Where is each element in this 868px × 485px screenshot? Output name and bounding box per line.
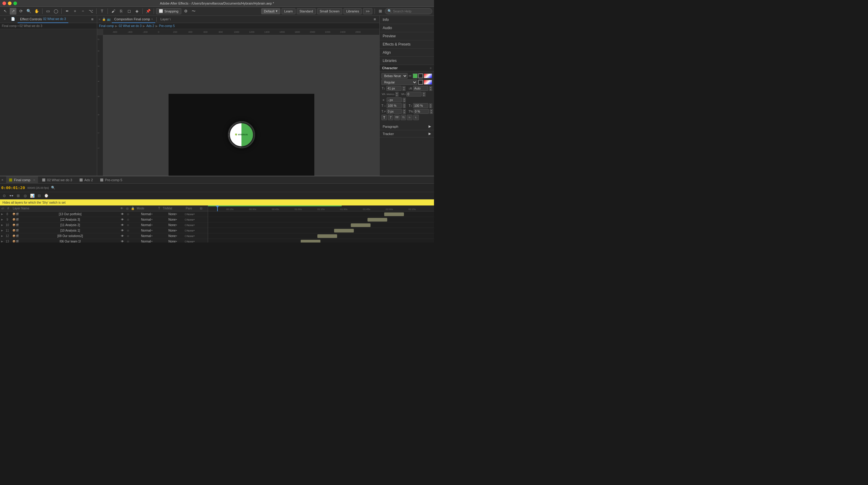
layer-par-3[interactable]: ⊙ None ▾ xyxy=(183,229,195,232)
workspace-standard[interactable]: Standard xyxy=(297,8,316,14)
kerning-stepper[interactable]: ▲ ▼ xyxy=(396,92,399,97)
layer-expand-1[interactable]: ▶ xyxy=(0,218,4,221)
baseline-stepper[interactable]: ▲ ▼ xyxy=(403,98,406,102)
layer-par-5[interactable]: ⊙ None ▾ xyxy=(183,240,195,243)
playhead[interactable] xyxy=(217,205,218,211)
tool-delete-vertex[interactable]: − xyxy=(80,8,86,14)
tl-solo-mode[interactable]: ⊙ xyxy=(1,193,7,199)
hscale-input[interactable] xyxy=(386,103,402,108)
extend-panel-icon[interactable]: ⊞ xyxy=(377,8,383,14)
window-controls[interactable] xyxy=(2,2,17,5)
layer-mode-3[interactable]: Normal ▾ xyxy=(136,229,157,232)
comp-panel-options[interactable]: ≡ xyxy=(371,16,378,23)
leading-down[interactable]: ▼ xyxy=(429,89,432,91)
comp-tab-layer[interactable]: Layer \ xyxy=(158,16,173,23)
tool-zoom[interactable]: 🔍 xyxy=(26,8,32,14)
tsumi-input[interactable] xyxy=(414,109,429,114)
tool-eraser[interactable]: ◻ xyxy=(126,8,132,14)
track-bar-1[interactable] xyxy=(368,218,387,222)
rp-libraries[interactable]: Libraries xyxy=(380,57,434,65)
tool-select[interactable]: ↗ xyxy=(10,8,17,14)
timeline-tab-menu[interactable]: ≡ xyxy=(33,179,35,182)
layer-expand-0[interactable]: ▶ xyxy=(0,213,4,216)
tool-hand[interactable]: ✋ xyxy=(33,8,40,14)
work-area-bar[interactable] xyxy=(208,205,342,206)
layer-mode-0[interactable]: Normal ▾ xyxy=(136,213,157,216)
style-small-caps[interactable]: Tt xyxy=(401,115,406,120)
layer-solo-4[interactable]: ◎ xyxy=(125,235,131,237)
timeline-tab-precomp5[interactable]: Pre-comp 5 xyxy=(97,176,125,184)
style-sub[interactable]: T↓ xyxy=(413,115,419,120)
tool-add-vertex[interactable]: + xyxy=(72,8,79,14)
tracking-input[interactable] xyxy=(406,92,422,97)
track-bar-3[interactable] xyxy=(334,229,354,232)
track-bar-5[interactable] xyxy=(301,240,320,243)
rp-info[interactable]: Info xyxy=(380,16,434,24)
vscale-down[interactable]: ▼ xyxy=(429,106,432,108)
layer-solo-5[interactable]: ◎ xyxy=(125,240,131,243)
character-menu-icon[interactable]: ≡ xyxy=(430,66,432,70)
hscale-down[interactable]: ▼ xyxy=(403,106,406,108)
tl-graph-editor[interactable]: 📊 xyxy=(29,193,35,199)
rp-align[interactable]: Align xyxy=(380,48,434,57)
timeline-tab-02[interactable]: 02 What we do 3 xyxy=(39,176,75,184)
breadcrumb-precomp5[interactable]: Pre-comp 5 xyxy=(159,24,175,28)
auto-leading-input[interactable] xyxy=(413,86,428,91)
layer-row[interactable]: ▶ 11 📦 🎬 [10 Analysis 1] 👁 ◎ Normal ▾ No… xyxy=(0,228,208,233)
font-style-select[interactable]: Regular xyxy=(381,79,417,85)
tool-convert[interactable]: ⌥ xyxy=(88,8,94,14)
panel-tab-close-x[interactable]: ✕ xyxy=(1,16,8,23)
layer-eye-2[interactable]: 👁 xyxy=(120,223,125,227)
snapping-toggle[interactable]: ⬜ Snapping xyxy=(156,8,181,14)
layer-row[interactable]: ▶ 13 📦 🎬 [06 Our team 1] 👁 ◎ Normal ▾ No… xyxy=(0,239,208,243)
layer-trk-1[interactable]: None ▾ xyxy=(162,218,183,221)
layer-trk-4[interactable]: None ▾ xyxy=(162,234,183,238)
panel-tab-effect-controls[interactable]: Effect Controls 02 What we do 3 xyxy=(18,16,68,23)
layer-mode-2[interactable]: Normal ▾ xyxy=(136,223,157,227)
hscale-stepper[interactable]: ▲ ▼ xyxy=(403,103,406,108)
layer-row[interactable]: ▶ 8 📦 🎬 [13 Our portfolio] 👁 ◎ Normal ▾ … xyxy=(0,212,208,217)
style-all-caps[interactable]: TT xyxy=(394,115,400,120)
shift-stepper[interactable]: ▲ ▼ xyxy=(403,109,406,114)
vscale-input[interactable] xyxy=(413,103,428,108)
kerning-up[interactable]: ▲ xyxy=(396,92,399,94)
shift-down[interactable]: ▼ xyxy=(403,112,406,114)
vscale-up[interactable]: ▲ xyxy=(429,103,432,106)
panel-tab-file-icon[interactable]: 📄 xyxy=(8,16,18,23)
workspace-learn[interactable]: Learn xyxy=(282,8,296,14)
fill-color-swatch[interactable] xyxy=(413,73,417,78)
layer-expand-5[interactable]: ▶ xyxy=(0,240,4,243)
color-swatch-3[interactable] xyxy=(424,73,432,78)
layer-solo-2[interactable]: ◎ xyxy=(125,224,131,226)
tool-pen[interactable]: ✒ xyxy=(64,8,70,14)
layer-par-4[interactable]: ⊙ None ▾ xyxy=(183,234,195,238)
layer-row[interactable]: ▶ 12 📦 🎬 [09 Our solutions2] 👁 ◎ Normal … xyxy=(0,233,208,239)
timeline-tab-ads2[interactable]: Ads 2 xyxy=(76,176,96,184)
leading-up[interactable]: ▲ xyxy=(429,86,432,88)
track-bar-0[interactable] xyxy=(384,213,404,216)
tl-time-remap[interactable]: ⌚ xyxy=(43,193,49,199)
tracking-stepper[interactable]: ▲ ▼ xyxy=(423,92,426,97)
layer-expand-2[interactable]: ▶ xyxy=(0,224,4,226)
layer-par-2[interactable]: ⊙ None ▾ xyxy=(183,223,195,227)
tl-frame-blending[interactable]: ⊞ xyxy=(15,193,21,199)
tracker-section[interactable]: Tracker ▶ xyxy=(380,130,434,137)
tool-roto[interactable]: ◈ xyxy=(134,8,140,14)
kerning-down[interactable]: ▼ xyxy=(396,94,399,97)
minimize-button[interactable] xyxy=(8,2,11,5)
tsumi-up[interactable]: ▲ xyxy=(430,109,433,111)
style-bold[interactable]: T xyxy=(381,115,387,120)
tool-rect-mask[interactable]: ▭ xyxy=(44,8,51,14)
baseline-down[interactable]: ▼ xyxy=(403,100,406,102)
comp-tab-final[interactable]: Composition Final comp ≡ xyxy=(112,16,155,23)
baseline-input[interactable] xyxy=(386,97,402,102)
layer-trk-5[interactable]: None ▾ xyxy=(162,240,183,243)
font-size-up[interactable]: ▲ xyxy=(402,86,405,88)
layer-solo-0[interactable]: ◎ xyxy=(125,213,131,216)
layer-eye-3[interactable]: 👁 xyxy=(120,229,125,232)
search-input[interactable] xyxy=(393,9,429,13)
shift-up[interactable]: ▲ xyxy=(403,109,406,111)
search-box[interactable]: 🔍 xyxy=(385,8,432,14)
layer-eye-0[interactable]: 👁 xyxy=(120,213,125,216)
track-bar-4[interactable] xyxy=(317,234,337,238)
